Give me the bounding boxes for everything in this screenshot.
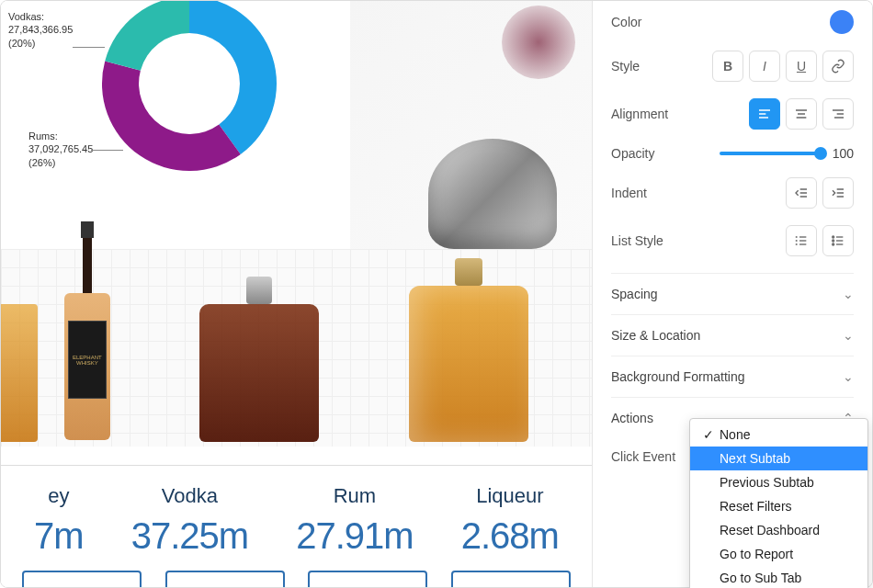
donut-chart	[74, 1, 304, 198]
stats-row: ey 7m Vodka 37.25m Rum 27.91m Liqueur 2.…	[1, 465, 592, 557]
donut-leader-line	[91, 150, 123, 151]
dropdown-item-go-to-report[interactable]: Go to Report	[690, 542, 867, 566]
donut-leader-line	[73, 47, 105, 48]
stat-button[interactable]	[165, 571, 285, 587]
list-style-label: List Style	[611, 233, 663, 248]
dropdown-item-reset-dashboard[interactable]: Reset Dashboard	[690, 518, 867, 542]
section-spacing[interactable]: Spacing ⌄	[611, 273, 854, 314]
color-label: Color	[611, 15, 641, 29]
bottle-liqueur	[409, 258, 528, 442]
donut-label-rums: Rums: 37,092,765.45 (26%)	[28, 130, 93, 169]
click-event-dropdown[interactable]: ✓None Next Subtab Previous Subtab Reset …	[689, 418, 868, 588]
indent-decrease-button[interactable]	[786, 177, 817, 209]
dropdown-item-none[interactable]: ✓None	[690, 423, 867, 447]
stat-value: 37.25m	[131, 515, 248, 557]
stat-value: 2.68m	[461, 515, 559, 557]
svg-point-18	[796, 237, 797, 238]
align-center-button[interactable]	[786, 98, 817, 130]
svg-point-24	[833, 236, 834, 238]
svg-point-25	[833, 240, 834, 242]
check-icon: ✓	[703, 427, 714, 442]
indent-label: Indent	[611, 186, 647, 200]
chevron-down-icon: ⌄	[843, 287, 854, 301]
section-label: Background Formatting	[611, 369, 745, 384]
stat-name: Vodka	[131, 484, 248, 508]
dropdown-item-previous-subtab[interactable]: Previous Subtab	[690, 470, 867, 494]
alignment-label: Alignment	[611, 107, 668, 121]
svg-point-20	[796, 244, 797, 245]
section-label: Size & Location	[611, 328, 700, 343]
align-left-button[interactable]	[749, 98, 780, 130]
section-size-location[interactable]: Size & Location ⌄	[611, 314, 854, 356]
bottle-rum	[199, 277, 319, 442]
style-label: Style	[611, 59, 640, 74]
opacity-value: 100	[828, 146, 854, 161]
bold-button[interactable]: B	[712, 51, 743, 82]
stat-card: Rum 27.91m	[296, 484, 413, 557]
stat-name: Liqueur	[461, 484, 559, 508]
click-event-label: Click Event	[611, 449, 675, 464]
stat-button[interactable]	[22, 571, 142, 587]
bottle-label: ELEPHANT WHISKY	[68, 321, 107, 399]
dashboard-canvas: Vodkas: 27,843,366.95 (20%) Rums: 37,092…	[1, 1, 592, 587]
stat-name: ey	[34, 484, 84, 508]
list-bullet-button[interactable]	[822, 225, 854, 256]
chevron-down-icon: ⌄	[843, 328, 854, 343]
stat-button[interactable]	[451, 571, 571, 587]
section-label: Actions	[611, 411, 653, 425]
dropdown-item-next-subtab[interactable]: Next Subtab	[690, 447, 867, 470]
stat-card: ey 7m	[34, 484, 84, 557]
underline-button[interactable]: U	[786, 51, 817, 82]
section-background-formatting[interactable]: Background Formatting ⌄	[611, 356, 854, 397]
section-label: Spacing	[611, 287, 658, 301]
slider-thumb-icon[interactable]	[814, 147, 827, 160]
svg-point-19	[796, 241, 797, 242]
donut-label-vodkas: Vodkas: 27,843,366.95 (20%)	[8, 10, 73, 50]
dropdown-item-go-to-sub-tab[interactable]: Go to Sub Tab	[690, 566, 867, 588]
svg-point-26	[833, 243, 834, 245]
link-button[interactable]	[822, 51, 854, 82]
bottle-row: ELEPHANT WHISKY	[1, 212, 592, 442]
indent-increase-button[interactable]	[822, 177, 854, 209]
align-right-button[interactable]	[822, 98, 854, 130]
stat-name: Rum	[296, 484, 413, 508]
stat-button[interactable]	[308, 571, 427, 587]
italic-button[interactable]: I	[749, 51, 780, 82]
bottle-whisky: ELEPHANT WHISKY	[64, 221, 110, 442]
opacity-label: Opacity	[611, 146, 654, 161]
color-swatch[interactable]	[830, 10, 854, 34]
chevron-down-icon: ⌄	[843, 369, 854, 384]
stat-value: 27.91m	[296, 515, 413, 557]
dropdown-item-reset-filters[interactable]: Reset Filters	[690, 494, 867, 518]
opacity-slider[interactable]	[720, 152, 821, 155]
stat-card: Vodka 37.25m	[131, 484, 248, 557]
stat-value: 7m	[34, 515, 84, 557]
list-ordered-button[interactable]	[786, 225, 817, 256]
stat-card: Liqueur 2.68m	[461, 484, 559, 557]
